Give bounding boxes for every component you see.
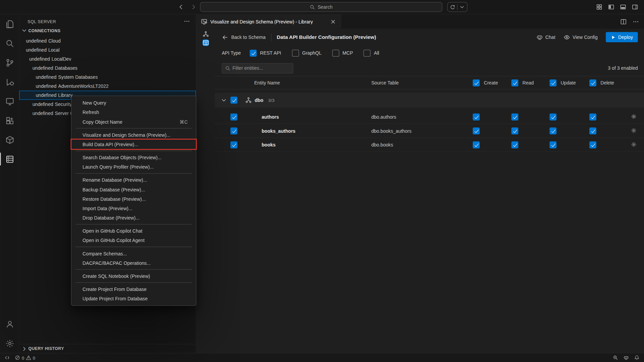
perm-create-checkbox[interactable] xyxy=(473,127,480,134)
menu-item-launch-query-profiler-preview[interactable]: Launch Query Profiler (Preview)... xyxy=(71,162,196,172)
group-checkbox[interactable] xyxy=(230,97,237,104)
close-tab-icon[interactable] xyxy=(330,18,336,25)
perm-delete-checkbox[interactable] xyxy=(589,113,596,120)
view-config-button[interactable]: View Config xyxy=(564,34,598,41)
api-type-graphql-checkbox[interactable] xyxy=(292,50,299,57)
activity-search-icon[interactable] xyxy=(0,34,19,53)
api-type-rest-api[interactable]: REST API xyxy=(250,50,281,57)
perm-create-header-checkbox[interactable] xyxy=(473,79,480,86)
connections-pane-header[interactable]: CONNECTIONS xyxy=(19,26,196,35)
entity-checkbox[interactable] xyxy=(230,127,237,134)
perm-delete-checkbox[interactable] xyxy=(589,141,596,148)
row-settings-gear-icon[interactable] xyxy=(631,141,637,148)
enabled-count: 3 of 3 enabled xyxy=(608,66,638,71)
zoom-icon[interactable] xyxy=(613,355,618,360)
menu-item-refresh[interactable]: Refresh xyxy=(71,108,196,117)
row-settings-gear-icon[interactable] xyxy=(631,114,637,120)
menu-item-create-sql-notebook-preview[interactable]: Create SQL Notebook (Preview) xyxy=(71,271,196,281)
perm-delete-checkbox[interactable] xyxy=(589,127,596,134)
menu-item-search-database-objects-preview[interactable]: Search Database Objects (Preview)... xyxy=(71,153,196,162)
layout-mode-button[interactable] xyxy=(447,2,467,12)
tree-item-cloud[interactable]: undefined Cloud xyxy=(19,37,196,46)
perm-update-checkbox[interactable] xyxy=(549,141,556,148)
chat-button[interactable]: Chat xyxy=(536,34,555,41)
activity-account-icon[interactable] xyxy=(0,314,19,334)
perm-update-checkbox[interactable] xyxy=(549,127,556,134)
menu-item-dacpac-bacpac-operations[interactable]: DACPAC/BACPAC Operations... xyxy=(71,258,196,267)
perm-read-checkbox[interactable] xyxy=(512,127,519,134)
filter-entities-input[interactable] xyxy=(232,66,290,71)
api-type-all[interactable]: All xyxy=(364,50,379,57)
divider xyxy=(457,4,458,10)
tab-visualize-design-schema[interactable]: Visualize and Design Schema (Preview) - … xyxy=(197,14,341,29)
activity-run-debug-icon[interactable] xyxy=(0,72,19,92)
history-nav xyxy=(178,0,197,14)
menu-item-new-query[interactable]: New Query xyxy=(71,98,196,108)
nav-back-icon[interactable] xyxy=(178,4,184,10)
api-type-graphql[interactable]: GraphQL xyxy=(292,50,322,57)
command-center-search[interactable]: Search xyxy=(200,2,442,12)
activity-extensions-icon[interactable] xyxy=(0,111,19,130)
activity-files-icon[interactable] xyxy=(0,14,19,34)
menu-item-open-in-github-copilot-chat[interactable]: Open in GitHub Copilot Chat xyxy=(71,226,196,236)
menu-item-copy-object-name[interactable]: Copy Object Name ⌘C xyxy=(71,117,196,126)
menu-item-rename-database-preview[interactable]: Rename Database (Preview)... xyxy=(71,175,196,185)
api-type-mcp-checkbox[interactable] xyxy=(332,50,339,57)
remote-indicator-icon[interactable] xyxy=(4,355,10,360)
nav-forward-icon[interactable] xyxy=(190,4,197,10)
notifications-bell-icon[interactable] xyxy=(634,355,640,360)
toggle-primary-sidebar-icon[interactable] xyxy=(608,4,614,10)
schema-diagram-icon[interactable] xyxy=(203,31,209,38)
entity-checkbox[interactable] xyxy=(230,141,237,148)
split-editor-icon[interactable] xyxy=(620,18,627,25)
query-history-pane-header[interactable]: QUERY HISTORY xyxy=(19,344,196,353)
menu-item-drop-database-preview[interactable]: Drop Database (Preview)... xyxy=(71,213,196,223)
menu-item-compare-schemas[interactable]: Compare Schemas... xyxy=(71,249,196,258)
perm-read-checkbox[interactable] xyxy=(512,141,519,148)
activity-source-control-icon[interactable] xyxy=(0,53,19,72)
activity-remote-explorer-icon[interactable] xyxy=(0,92,19,111)
back-to-schema-link[interactable]: Back to Schema xyxy=(222,34,266,41)
perm-update-header-checkbox[interactable] xyxy=(549,79,556,86)
schema-group-row[interactable]: dbo 3/3 xyxy=(215,93,644,108)
deploy-button[interactable]: Deploy xyxy=(606,32,638,43)
perm-delete-header-checkbox[interactable] xyxy=(589,79,596,86)
entity-checkbox[interactable] xyxy=(230,113,237,120)
chevron-down-icon[interactable] xyxy=(221,97,227,104)
menu-shortcut: ⌘C xyxy=(179,119,187,124)
customize-layout-icon[interactable] xyxy=(596,4,603,10)
tree-item-system-databases[interactable]: undefined System Databases xyxy=(19,73,196,82)
menu-item-backup-database-preview[interactable]: Backup Database (Preview)... xyxy=(71,185,196,194)
sidebar-more-actions-icon[interactable] xyxy=(183,18,190,25)
activity-settings-gear-icon[interactable] xyxy=(0,334,19,353)
toggle-secondary-sidebar-icon[interactable] xyxy=(632,4,638,10)
menu-item-open-in-github-copilot-agent[interactable]: Open in GitHub Copilot Agent xyxy=(71,236,196,245)
tab-title: Visualize and Design Schema (Preview) - … xyxy=(210,19,313,24)
menu-item-update-project-from-database[interactable]: Update Project From Database xyxy=(71,294,196,303)
toggle-panel-icon[interactable] xyxy=(620,4,627,10)
data-api-builder-icon[interactable] xyxy=(203,40,209,46)
activity-database-projects-icon[interactable] xyxy=(0,130,19,149)
tree-item-databases[interactable]: undefined Databases xyxy=(19,64,196,73)
row-settings-gear-icon[interactable] xyxy=(631,127,637,134)
menu-item-build-data-api-preview[interactable]: Build Data API (Preview)... xyxy=(71,139,196,149)
activity-sql-server-icon[interactable] xyxy=(0,149,19,169)
perm-read-header-checkbox[interactable] xyxy=(512,79,519,86)
tree-item-localdev[interactable]: undefined LocalDev xyxy=(19,55,196,64)
menu-item-restore-database-preview[interactable]: Restore Database (Preview)... xyxy=(71,194,196,203)
perm-update-checkbox[interactable] xyxy=(549,113,556,120)
menu-item-visualize-and-design-schema-preview[interactable]: Visualize and Design Schema (Preview)... xyxy=(71,130,196,139)
tree-item-local[interactable]: undefined Local xyxy=(19,46,196,55)
menu-item-create-project-from-database[interactable]: Create Project From Database xyxy=(71,285,196,294)
perm-create-checkbox[interactable] xyxy=(473,113,480,120)
copilot-status-icon[interactable] xyxy=(624,355,629,360)
api-type-all-checkbox[interactable] xyxy=(364,50,371,57)
perm-read-checkbox[interactable] xyxy=(512,113,519,120)
api-type-mcp[interactable]: MCP xyxy=(332,50,353,57)
api-type-rest-api-checkbox[interactable] xyxy=(250,50,257,57)
problems-indicator[interactable]: 0 0 xyxy=(15,355,35,360)
editor-more-actions-icon[interactable] xyxy=(633,18,639,25)
menu-item-import-data-preview[interactable]: Import Data (Preview)... xyxy=(71,203,196,213)
perm-create-checkbox[interactable] xyxy=(473,141,480,148)
tree-item-adventureworkslt2022[interactable]: undefined AdventureWorksLT2022 xyxy=(19,82,196,91)
